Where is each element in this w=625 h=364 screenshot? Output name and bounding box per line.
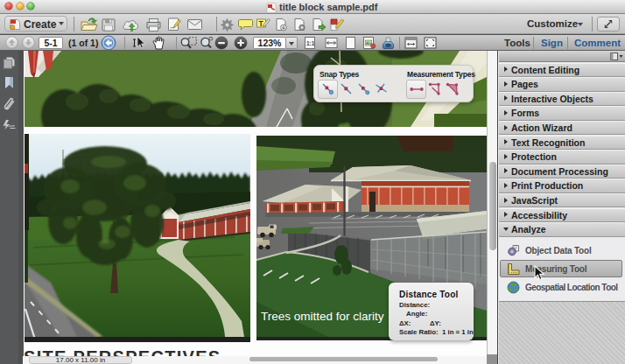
svg-text:1:1: 1:1 — [306, 40, 315, 46]
